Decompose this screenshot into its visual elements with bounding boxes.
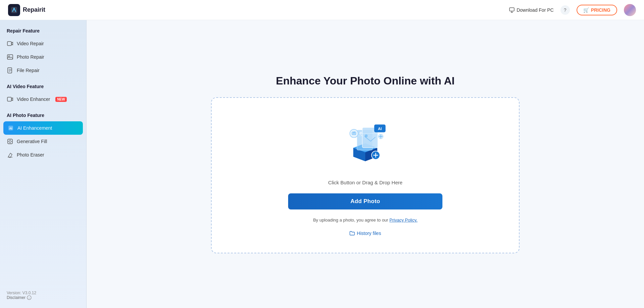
spacer2 bbox=[0, 106, 86, 113]
cart-icon: 🛒 bbox=[583, 7, 589, 13]
app-title: Repairit bbox=[23, 6, 45, 13]
sidebar-item-photo-eraser[interactable]: Photo Eraser bbox=[0, 148, 86, 162]
ai-enhancement-label: AI Enhancement bbox=[17, 125, 52, 131]
video-repair-icon bbox=[7, 40, 13, 47]
new-badge: NEW bbox=[55, 97, 66, 102]
svg-rect-7 bbox=[7, 97, 11, 101]
logo-area: Repairit bbox=[8, 4, 45, 16]
repair-feature-label: Repair Feature bbox=[0, 28, 86, 37]
monitor-icon bbox=[509, 7, 515, 13]
add-photo-button[interactable]: Add Photo bbox=[288, 193, 442, 209]
sidebar-footer: Version: V3.0.12 Disclaimer i bbox=[0, 291, 86, 300]
svg-text:i: i bbox=[29, 297, 30, 300]
disclaimer-label: Disclaimer bbox=[7, 295, 25, 300]
generative-fill-label: Generative Fill bbox=[17, 139, 47, 144]
upload-illustration: AI bbox=[335, 118, 395, 172]
sidebar-item-ai-enhancement[interactable]: AI AI Enhancement bbox=[3, 121, 83, 135]
page-title: Enhance Your Photo Online with AI bbox=[211, 75, 520, 87]
user-avatar[interactable] bbox=[624, 4, 636, 16]
sidebar-item-photo-repair[interactable]: Photo Repair bbox=[0, 50, 86, 64]
photo-eraser-label: Photo Eraser bbox=[17, 152, 44, 158]
version-text: Version: V3.0.12 bbox=[7, 291, 79, 295]
sidebar-item-file-repair[interactable]: File Repair bbox=[0, 64, 86, 77]
svg-point-18 bbox=[365, 134, 368, 137]
video-enhancer-label: Video Enhancer bbox=[17, 97, 50, 102]
ai-photo-feature-label: AI Photo Feature bbox=[0, 113, 86, 121]
svg-text:AI: AI bbox=[378, 127, 382, 131]
info-icon: i bbox=[27, 295, 32, 300]
download-button[interactable]: Download For PC bbox=[509, 7, 554, 13]
header: Repairit Download For PC ? 🛒 PRICING bbox=[0, 0, 644, 20]
disclaimer-row[interactable]: Disclaimer i bbox=[7, 295, 79, 300]
svg-point-1 bbox=[13, 8, 15, 9]
svg-point-21 bbox=[350, 129, 358, 138]
sidebar: Repair Feature Video Repair Photo Repair bbox=[0, 20, 87, 308]
photo-repair-icon bbox=[7, 54, 13, 60]
drop-hint: Click Button or Drag & Drop Here bbox=[328, 180, 402, 185]
ai-enhancement-icon: AI bbox=[7, 125, 14, 131]
svg-rect-3 bbox=[7, 42, 11, 46]
main-layout: Repair Feature Video Repair Photo Repair bbox=[0, 20, 644, 308]
photo-eraser-icon bbox=[7, 151, 13, 158]
sidebar-item-video-enhancer[interactable]: Video Enhancer NEW bbox=[0, 93, 86, 106]
sidebar-item-generative-fill[interactable]: Generative Fill bbox=[0, 135, 86, 148]
generative-fill-icon bbox=[7, 138, 13, 145]
file-repair-icon bbox=[7, 67, 13, 74]
drop-zone[interactable]: AI Click Button or Drag & Drop Here Add … bbox=[211, 97, 520, 253]
logo-icon bbox=[8, 4, 20, 16]
svg-point-5 bbox=[8, 56, 10, 57]
sidebar-item-video-repair[interactable]: Video Repair bbox=[0, 37, 86, 50]
help-button[interactable]: ? bbox=[560, 5, 570, 15]
upload-container: Enhance Your Photo Online with AI bbox=[211, 75, 520, 253]
video-repair-label: Video Repair bbox=[17, 41, 44, 46]
privacy-text: By uploading a photo, you agree to our P… bbox=[313, 218, 417, 223]
content-area: Enhance Your Photo Online with AI bbox=[87, 20, 644, 308]
spacer1 bbox=[0, 77, 86, 84]
ai-video-feature-label: AI Video Feature bbox=[0, 84, 86, 93]
pricing-button[interactable]: 🛒 PRICING bbox=[577, 5, 617, 15]
svg-rect-2 bbox=[509, 8, 514, 11]
svg-text:AI: AI bbox=[9, 127, 12, 130]
video-enhancer-icon bbox=[7, 96, 13, 103]
privacy-policy-link[interactable]: Privacy Policy. bbox=[389, 218, 418, 223]
svg-point-16 bbox=[360, 132, 362, 134]
file-repair-label: File Repair bbox=[17, 68, 40, 73]
folder-icon bbox=[350, 231, 355, 236]
svg-point-11 bbox=[9, 140, 11, 142]
header-right: Download For PC ? 🛒 PRICING bbox=[509, 4, 636, 16]
history-files-link[interactable]: History files bbox=[350, 231, 381, 236]
photo-repair-label: Photo Repair bbox=[17, 54, 44, 60]
svg-rect-4 bbox=[7, 55, 13, 59]
